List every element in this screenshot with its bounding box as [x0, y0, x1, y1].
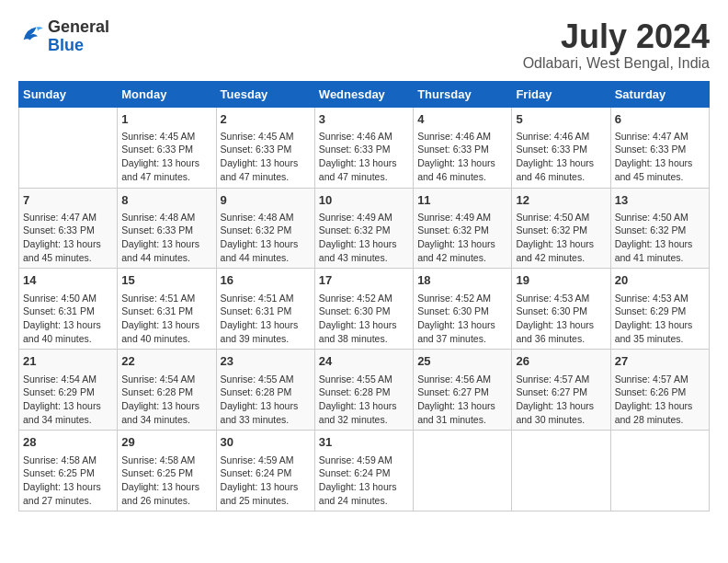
- cell-content: Sunrise: 4:57 AMSunset: 6:26 PMDaylight:…: [615, 373, 705, 427]
- calendar-cell: 11Sunrise: 4:49 AMSunset: 6:32 PMDayligh…: [414, 188, 512, 269]
- cell-content: Sunrise: 4:55 AMSunset: 6:28 PMDaylight:…: [319, 373, 409, 427]
- day-number: 2: [221, 111, 311, 128]
- calendar-cell: 19Sunrise: 4:53 AMSunset: 6:30 PMDayligh…: [512, 269, 610, 350]
- day-number: 28: [23, 434, 113, 451]
- calendar-cell: 3Sunrise: 4:46 AMSunset: 6:33 PMDaylight…: [314, 107, 413, 188]
- calendar-cell: [610, 431, 709, 511]
- weekday-header-friday: Friday: [512, 81, 610, 107]
- cell-content: Sunrise: 4:46 AMSunset: 6:33 PMDaylight:…: [516, 130, 606, 184]
- cell-content: Sunrise: 4:54 AMSunset: 6:28 PMDaylight:…: [121, 373, 211, 427]
- day-number: 20: [615, 272, 705, 289]
- day-number: 31: [319, 434, 409, 451]
- day-number: 29: [121, 434, 211, 451]
- day-number: 1: [121, 111, 211, 128]
- day-number: 25: [417, 353, 507, 370]
- bird-icon: [18, 22, 44, 48]
- day-number: 22: [121, 353, 211, 370]
- week-row-3: 14Sunrise: 4:50 AMSunset: 6:31 PMDayligh…: [19, 269, 710, 350]
- logo-text: General Blue: [48, 18, 109, 55]
- calendar-cell: 26Sunrise: 4:57 AMSunset: 6:27 PMDayligh…: [512, 350, 610, 431]
- calendar-cell: 10Sunrise: 4:49 AMSunset: 6:32 PMDayligh…: [314, 188, 413, 269]
- cell-content: Sunrise: 4:48 AMSunset: 6:32 PMDaylight:…: [221, 211, 311, 265]
- weekday-header-tuesday: Tuesday: [216, 81, 314, 107]
- calendar-cell: 24Sunrise: 4:55 AMSunset: 6:28 PMDayligh…: [314, 350, 413, 431]
- day-number: 19: [516, 272, 606, 289]
- day-number: 4: [417, 111, 507, 128]
- day-number: 3: [319, 111, 409, 128]
- calendar-cell: 13Sunrise: 4:50 AMSunset: 6:32 PMDayligh…: [610, 188, 709, 269]
- page-header: General Blue July 2024 Odlabari, West Be…: [18, 18, 710, 72]
- calendar-cell: 15Sunrise: 4:51 AMSunset: 6:31 PMDayligh…: [118, 269, 216, 350]
- cell-content: Sunrise: 4:52 AMSunset: 6:30 PMDaylight:…: [417, 292, 507, 346]
- calendar-cell: [414, 431, 512, 511]
- calendar-cell: 14Sunrise: 4:50 AMSunset: 6:31 PMDayligh…: [19, 269, 118, 350]
- day-number: 5: [516, 111, 606, 128]
- cell-content: Sunrise: 4:45 AMSunset: 6:33 PMDaylight:…: [221, 130, 311, 184]
- day-number: 27: [615, 353, 705, 370]
- cell-content: Sunrise: 4:58 AMSunset: 6:25 PMDaylight:…: [121, 454, 211, 508]
- calendar-cell: 16Sunrise: 4:51 AMSunset: 6:31 PMDayligh…: [216, 269, 314, 350]
- calendar-cell: [19, 107, 118, 188]
- cell-content: Sunrise: 4:55 AMSunset: 6:28 PMDaylight:…: [221, 373, 311, 427]
- weekday-header-thursday: Thursday: [414, 81, 512, 107]
- calendar-cell: 20Sunrise: 4:53 AMSunset: 6:29 PMDayligh…: [610, 269, 709, 350]
- calendar-cell: 6Sunrise: 4:47 AMSunset: 6:33 PMDaylight…: [610, 107, 709, 188]
- day-number: 10: [319, 192, 409, 209]
- calendar-cell: 25Sunrise: 4:56 AMSunset: 6:27 PMDayligh…: [414, 350, 512, 431]
- weekday-header-row: SundayMondayTuesdayWednesdayThursdayFrid…: [19, 81, 710, 107]
- calendar-cell: 4Sunrise: 4:46 AMSunset: 6:33 PMDaylight…: [414, 107, 512, 188]
- calendar-cell: 28Sunrise: 4:58 AMSunset: 6:25 PMDayligh…: [19, 431, 118, 511]
- calendar-cell: 22Sunrise: 4:54 AMSunset: 6:28 PMDayligh…: [118, 350, 216, 431]
- calendar-cell: 9Sunrise: 4:48 AMSunset: 6:32 PMDaylight…: [216, 188, 314, 269]
- calendar-table: SundayMondayTuesdayWednesdayThursdayFrid…: [18, 81, 710, 512]
- cell-content: Sunrise: 4:49 AMSunset: 6:32 PMDaylight:…: [417, 211, 507, 265]
- day-number: 26: [516, 353, 606, 370]
- title-block: July 2024 Odlabari, West Bengal, India: [523, 18, 710, 72]
- calendar-cell: 31Sunrise: 4:59 AMSunset: 6:24 PMDayligh…: [314, 431, 413, 511]
- calendar-cell: 7Sunrise: 4:47 AMSunset: 6:33 PMDaylight…: [19, 188, 118, 269]
- cell-content: Sunrise: 4:47 AMSunset: 6:33 PMDaylight:…: [615, 130, 705, 184]
- day-number: 15: [121, 272, 211, 289]
- week-row-1: 1Sunrise: 4:45 AMSunset: 6:33 PMDaylight…: [19, 107, 710, 188]
- calendar-cell: 30Sunrise: 4:59 AMSunset: 6:24 PMDayligh…: [216, 431, 314, 511]
- cell-content: Sunrise: 4:49 AMSunset: 6:32 PMDaylight:…: [319, 211, 409, 265]
- cell-content: Sunrise: 4:45 AMSunset: 6:33 PMDaylight:…: [121, 130, 211, 184]
- weekday-header-monday: Monday: [118, 81, 216, 107]
- day-number: 17: [319, 272, 409, 289]
- cell-content: Sunrise: 4:50 AMSunset: 6:31 PMDaylight:…: [23, 292, 113, 346]
- day-number: 14: [23, 272, 113, 289]
- cell-content: Sunrise: 4:50 AMSunset: 6:32 PMDaylight:…: [516, 211, 606, 265]
- day-number: 13: [615, 192, 705, 209]
- day-number: 6: [615, 111, 705, 128]
- cell-content: Sunrise: 4:53 AMSunset: 6:30 PMDaylight:…: [516, 292, 606, 346]
- cell-content: Sunrise: 4:58 AMSunset: 6:25 PMDaylight:…: [23, 454, 113, 508]
- cell-content: Sunrise: 4:51 AMSunset: 6:31 PMDaylight:…: [221, 292, 311, 346]
- cell-content: Sunrise: 4:59 AMSunset: 6:24 PMDaylight:…: [319, 454, 409, 508]
- logo: General Blue: [18, 18, 109, 55]
- weekday-header-wednesday: Wednesday: [314, 81, 413, 107]
- calendar-cell: 29Sunrise: 4:58 AMSunset: 6:25 PMDayligh…: [118, 431, 216, 511]
- calendar-cell: 5Sunrise: 4:46 AMSunset: 6:33 PMDaylight…: [512, 107, 610, 188]
- calendar-cell: 8Sunrise: 4:48 AMSunset: 6:33 PMDaylight…: [118, 188, 216, 269]
- cell-content: Sunrise: 4:59 AMSunset: 6:24 PMDaylight:…: [221, 454, 311, 508]
- day-number: 24: [319, 353, 409, 370]
- week-row-2: 7Sunrise: 4:47 AMSunset: 6:33 PMDaylight…: [19, 188, 710, 269]
- calendar-cell: 1Sunrise: 4:45 AMSunset: 6:33 PMDaylight…: [118, 107, 216, 188]
- cell-content: Sunrise: 4:50 AMSunset: 6:32 PMDaylight:…: [615, 211, 705, 265]
- calendar-cell: 12Sunrise: 4:50 AMSunset: 6:32 PMDayligh…: [512, 188, 610, 269]
- week-row-5: 28Sunrise: 4:58 AMSunset: 6:25 PMDayligh…: [19, 431, 710, 511]
- cell-content: Sunrise: 4:48 AMSunset: 6:33 PMDaylight:…: [121, 211, 211, 265]
- day-number: 12: [516, 192, 606, 209]
- calendar-cell: 27Sunrise: 4:57 AMSunset: 6:26 PMDayligh…: [610, 350, 709, 431]
- day-number: 7: [23, 192, 113, 209]
- cell-content: Sunrise: 4:46 AMSunset: 6:33 PMDaylight:…: [319, 130, 409, 184]
- month-year: July 2024: [523, 18, 710, 55]
- calendar-cell: 23Sunrise: 4:55 AMSunset: 6:28 PMDayligh…: [216, 350, 314, 431]
- cell-content: Sunrise: 4:54 AMSunset: 6:29 PMDaylight:…: [23, 373, 113, 427]
- calendar-cell: 2Sunrise: 4:45 AMSunset: 6:33 PMDaylight…: [216, 107, 314, 188]
- cell-content: Sunrise: 4:52 AMSunset: 6:30 PMDaylight:…: [319, 292, 409, 346]
- cell-content: Sunrise: 4:56 AMSunset: 6:27 PMDaylight:…: [417, 373, 507, 427]
- cell-content: Sunrise: 4:46 AMSunset: 6:33 PMDaylight:…: [417, 130, 507, 184]
- calendar-cell: [512, 431, 610, 511]
- location: Odlabari, West Bengal, India: [523, 55, 710, 72]
